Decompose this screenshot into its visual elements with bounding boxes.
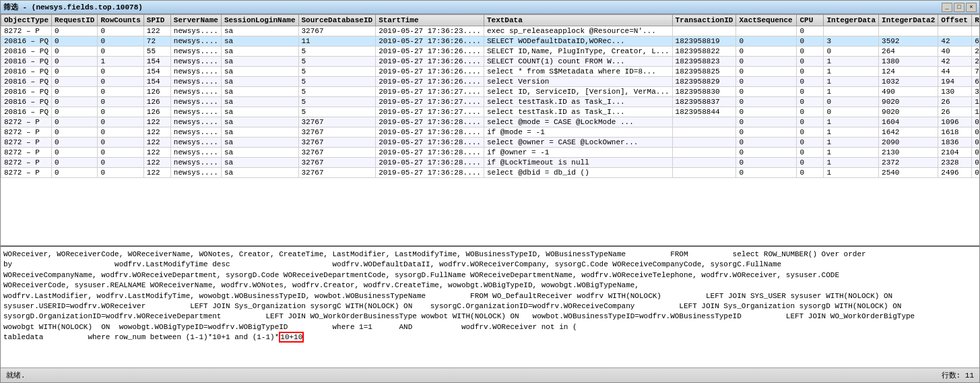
cell-servername: newsys.... — [170, 148, 221, 158]
col-header-rowcounts[interactable]: RowCounts — [98, 15, 143, 26]
main-window: 筛选 - (newsys.fields.top.10078) _ □ × Obj… — [0, 0, 980, 383]
cell-transactionid: 1823958825 — [672, 67, 736, 77]
cell-sourcedb: 5 — [298, 107, 376, 117]
close-button[interactable]: × — [966, 3, 977, 12]
cell-sourcedb: 5 — [298, 57, 376, 67]
cell-sessionlogin: sa — [221, 117, 298, 127]
cell-offset: 1096 — [938, 117, 972, 127]
col-header-sessionlogin[interactable]: SessionLoginName — [221, 15, 298, 26]
cell-sessionlogin: sa — [221, 127, 298, 138]
cell-cpu: 0 — [797, 168, 824, 178]
cell-objecttype: 20816 – PQ — [1, 47, 52, 57]
cell-rowcounts: 0 — [98, 127, 143, 138]
cell-offset: 42 — [938, 57, 972, 67]
data-table-wrapper[interactable]: ObjectType RequestID RowCounts SPID Serv… — [1, 14, 979, 245]
table-row[interactable]: 20816 – PQ00126newsys....sa52019-05-27 1… — [1, 107, 980, 117]
cell-integerdata2: 124 — [879, 67, 938, 77]
cell-requestid: 0 — [52, 57, 98, 67]
table-header-row: ObjectType RequestID RowCounts SPID Serv… — [1, 15, 980, 26]
table-row[interactable]: 20816 – PQ0072newsys....sa112019-05-27 1… — [1, 36, 980, 47]
cell-servername: newsys.... — [170, 67, 221, 77]
maximize-button[interactable]: □ — [954, 3, 965, 12]
col-header-sourcedb[interactable]: SourceDatabaseID — [298, 15, 376, 26]
cell-integerdata2: 1380 — [879, 57, 938, 67]
status-bar: 就绪. 行数: 11 — [1, 367, 979, 382]
text-content[interactable]: WOReceiver, WOReceiverCode, WOReceiverNa… — [1, 247, 979, 367]
cell-offset: 26 — [938, 97, 972, 107]
cell-reads: 0 — [972, 117, 979, 127]
table-row[interactable]: 8272 – P00122newsys....sa327672019-05-27… — [1, 26, 980, 36]
table-row[interactable]: 8272 – P00122newsys....sa327672019-05-27… — [1, 117, 980, 127]
cell-textdata: SELECT ID,Name, PlugInType, Creator, L..… — [484, 47, 672, 57]
cell-spid: 154 — [143, 77, 170, 87]
cell-starttime: 2019-05-27 17:36:26.... — [376, 77, 484, 87]
cell-requestid: 0 — [52, 87, 98, 97]
cell-sessionlogin: sa — [221, 36, 298, 47]
col-header-requestid[interactable]: RequestID — [52, 15, 98, 26]
cell-integerdata2: 3592 — [879, 36, 938, 47]
table-row[interactable]: 20816 – PQ00126newsys....sa52019-05-27 1… — [1, 87, 980, 97]
table-row[interactable]: 8272 – P00122newsys....sa327672019-05-27… — [1, 168, 980, 178]
data-table: ObjectType RequestID RowCounts SPID Serv… — [1, 14, 979, 178]
col-header-cpu[interactable]: CPU — [797, 15, 824, 26]
cell-requestid: 0 — [52, 67, 98, 77]
col-header-textdata[interactable]: TextData — [484, 15, 672, 26]
table-row[interactable]: 8272 – P00122newsys....sa327672019-05-27… — [1, 127, 980, 138]
cell-textdata: select Version — [484, 77, 672, 87]
cell-textdata: select @owner = CASE @LockOwner... — [484, 138, 672, 148]
minimize-button[interactable]: _ — [942, 3, 952, 12]
table-row[interactable]: 20816 – PQ01154newsys....sa52019-05-27 1… — [1, 57, 980, 67]
cell-cpu: 0 — [797, 36, 824, 47]
cell-transactionid: 1823958837 — [672, 97, 736, 107]
col-header-integerdata2[interactable]: IntegerData2 — [879, 15, 938, 26]
cell-transactionid: 1823958823 — [672, 57, 736, 67]
cell-requestid: 0 — [52, 138, 98, 148]
table-row[interactable]: 20816 – PQ00126newsys....sa52019-05-27 1… — [1, 97, 980, 107]
cell-reads: 7 — [972, 67, 979, 77]
table-row[interactable]: 8272 – P00122newsys....sa327672019-05-27… — [1, 138, 980, 148]
table-row[interactable]: 8272 – P00122newsys....sa327672019-05-27… — [1, 148, 980, 158]
cell-objecttype: 20816 – PQ — [1, 36, 52, 47]
cell-transactionid: 1823958829 — [672, 77, 736, 87]
cell-sessionlogin: sa — [221, 97, 298, 107]
table-row[interactable]: 20816 – PQ00154newsys....sa52019-05-27 1… — [1, 77, 980, 87]
cell-servername: newsys.... — [170, 107, 221, 117]
cell-transactionid: 1823958830 — [672, 87, 736, 97]
cell-sessionlogin: sa — [221, 87, 298, 97]
col-header-xactsequence[interactable]: XactSequence — [736, 15, 797, 26]
cell-spid: 72 — [143, 36, 170, 47]
col-header-transactionid[interactable]: TransactionID — [672, 15, 736, 26]
cell-reads — [972, 26, 979, 36]
cell-xactsequence: 0 — [736, 168, 797, 178]
table-row[interactable]: 20816 – PQ0055newsys....sa52019-05-27 17… — [1, 47, 980, 57]
cell-spid: 154 — [143, 57, 170, 67]
cell-starttime: 2019-05-27 17:36:26.... — [376, 47, 484, 57]
cell-objecttype: 8272 – P — [1, 168, 52, 178]
cell-sourcedb: 32767 — [298, 127, 376, 138]
col-header-starttime[interactable]: StartTime — [376, 15, 484, 26]
cell-servername: newsys.... — [170, 117, 221, 127]
table-row[interactable]: 8272 – P00122newsys....sa327672019-05-27… — [1, 158, 980, 168]
cell-sessionlogin: sa — [221, 57, 298, 67]
cell-textdata: select * from S$Metadata where ID=8... — [484, 67, 672, 77]
cell-objecttype: 20816 – PQ — [1, 97, 52, 107]
col-header-integerdata[interactable]: IntegerData — [824, 15, 879, 26]
col-header-reads[interactable]: Reads ▲ — [972, 15, 979, 26]
col-header-offset[interactable]: Offset — [938, 15, 972, 26]
col-header-servername[interactable]: ServerName — [170, 15, 221, 26]
cell-objecttype: 8272 – P — [1, 26, 52, 36]
col-header-objecttype[interactable]: ObjectType — [1, 15, 52, 26]
cell-xactsequence: 0 — [736, 57, 797, 67]
cell-offset: 130 — [938, 87, 972, 97]
cell-integerdata2: 2540 — [879, 168, 938, 178]
cell-requestid: 0 — [52, 77, 98, 87]
cell-objecttype: 8272 – P — [1, 158, 52, 168]
table-row[interactable]: 20816 – PQ00154newsys....sa52019-05-27 1… — [1, 67, 980, 77]
window-title: 筛选 - (newsys.fields.top.10078) — [3, 2, 143, 12]
col-header-spid[interactable]: SPID — [143, 15, 170, 26]
cell-textdata: select @dbid = db_id () — [484, 168, 672, 178]
cell-rowcounts: 1 — [98, 57, 143, 67]
cell-objecttype: 20816 – PQ — [1, 87, 52, 97]
cell-spid: 122 — [143, 138, 170, 148]
cell-requestid: 0 — [52, 148, 98, 158]
